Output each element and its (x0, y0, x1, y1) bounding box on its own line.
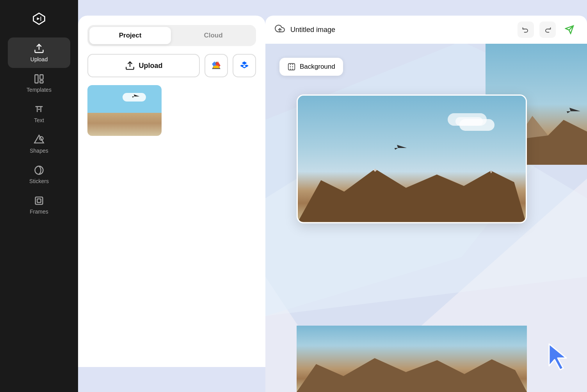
sidebar-item-templates[interactable]: Templates (8, 68, 70, 98)
export-icon (565, 25, 574, 34)
svg-rect-1 (35, 75, 38, 83)
cloud-main-3 (455, 117, 483, 126)
sidebar-item-templates-label: Templates (27, 87, 52, 93)
thumbnail-item[interactable] (87, 85, 162, 136)
sidebar-item-upload-label: Upload (30, 56, 48, 62)
upload-btn-icon (125, 61, 135, 71)
svg-marker-25 (549, 344, 566, 370)
svg-rect-3 (40, 81, 43, 83)
canvas-main-image[interactable] (297, 94, 527, 223)
svg-rect-2 (40, 75, 43, 80)
sidebar-item-frames-label: Frames (30, 208, 48, 215)
sidebar-item-frames[interactable]: Frames (8, 190, 70, 220)
text-icon (34, 104, 44, 115)
google-drive-icon (211, 61, 221, 71)
plane-thumbnail-icon (132, 94, 140, 99)
sidebar-item-shapes-label: Shapes (30, 148, 48, 154)
background-icon (287, 62, 296, 71)
sidebar-item-stickers[interactable]: Stickers (8, 159, 70, 190)
plane-main-icon (393, 144, 407, 152)
sky-scene-bottom (297, 326, 527, 392)
undo-icon (522, 26, 530, 34)
header-bar: Untitled image (265, 16, 587, 44)
svg-point-5 (35, 166, 43, 175)
sidebar-item-text[interactable]: Text (8, 98, 70, 129)
document-title[interactable]: Untitled image (290, 26, 512, 34)
redo-button[interactable] (539, 21, 556, 38)
app-logo (28, 8, 50, 30)
tab-cloud[interactable]: Cloud (173, 27, 254, 44)
svg-marker-19 (298, 169, 526, 222)
logo-icon (32, 12, 46, 26)
thumbnail-grid (87, 85, 256, 136)
mountain-bottom (297, 352, 527, 392)
shapes-icon (34, 134, 44, 145)
sky-scene-main (298, 96, 526, 222)
redo-icon (544, 26, 551, 34)
canvas-area[interactable]: Background (265, 44, 587, 392)
background-button-label: Background (300, 63, 335, 71)
google-drive-button[interactable] (205, 54, 228, 77)
svg-marker-24 (297, 358, 527, 392)
cloud-icon (275, 23, 285, 34)
plane-right-icon (566, 107, 581, 116)
mountain-main (298, 161, 526, 222)
thumbnail-image (87, 85, 162, 136)
panel: Project Cloud Upload (78, 16, 265, 367)
sidebar-item-text-label: Text (34, 117, 44, 123)
stickers-icon (34, 165, 44, 176)
frames-icon (34, 195, 44, 206)
tab-bar: Project Cloud (87, 25, 256, 46)
canvas-bottom-image (297, 326, 527, 392)
export-button[interactable] (561, 21, 578, 38)
sidebar-item-stickers-label: Stickers (29, 178, 49, 184)
svg-rect-14 (288, 64, 295, 70)
dropbox-button[interactable] (233, 54, 256, 77)
sidebar-item-upload[interactable]: Upload (8, 37, 70, 68)
svg-rect-7 (37, 199, 41, 202)
upload-button[interactable]: Upload (87, 54, 200, 77)
background-button[interactable]: Background (279, 58, 343, 76)
undo-button[interactable] (518, 21, 534, 38)
upload-button-label: Upload (139, 62, 163, 70)
sidebar-item-shapes[interactable]: Shapes (8, 129, 70, 159)
upload-row: Upload (87, 54, 256, 77)
cursor-icon (546, 343, 569, 371)
templates-icon (34, 73, 44, 84)
tab-project[interactable]: Project (89, 27, 171, 44)
dropbox-icon (239, 61, 249, 71)
svg-rect-6 (36, 197, 43, 205)
upload-icon (34, 43, 44, 54)
cloud-upload-icon (275, 23, 285, 36)
sidebar: Upload Templates Text Shapes Stickers (0, 0, 78, 392)
